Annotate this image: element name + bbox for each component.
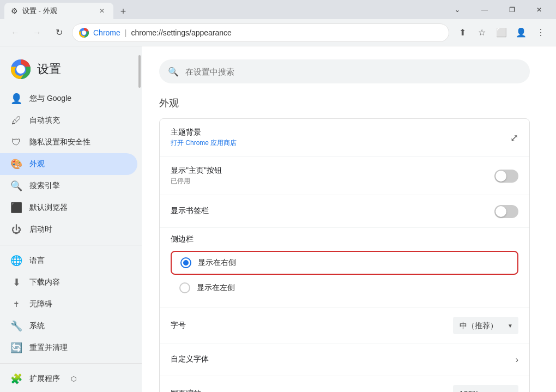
sidebar-item-autofill[interactable]: 🖊 自动填充 (0, 110, 137, 131)
back-button[interactable]: ← (7, 24, 24, 41)
minimize-button[interactable]: — (472, 0, 497, 19)
custom-font-row[interactable]: 自定义字体 › (160, 343, 529, 376)
url-path: chrome://settings/appearance (131, 28, 231, 37)
sidebar-label-downloads: 下载内容 (29, 278, 60, 287)
chevron-right-icon: › (516, 355, 518, 365)
sidebar-header: 设置 (0, 55, 142, 88)
globe-icon: 🌐 (11, 255, 22, 266)
custom-font-content: 自定义字体 (171, 354, 516, 365)
chrome-logo-large-icon (11, 59, 31, 79)
chevron-down-button[interactable]: ⌄ (445, 0, 470, 19)
sidebar-label-reset: 重置并清理 (29, 343, 68, 353)
sidebar-scrollbar (138, 55, 141, 88)
window-controls: ⌄ — ❐ ✕ (445, 0, 552, 19)
sidebar-left-option[interactable]: 显示在左侧 (171, 277, 518, 299)
theme-content: 主题背景 打开 Chrome 应用商店 (171, 128, 510, 148)
restore-button[interactable]: ❐ (499, 0, 524, 19)
sidebar-label-language: 语言 (29, 256, 45, 266)
toolbar-icons: ⬆ ☆ ⬜ 👤 ⋮ (454, 24, 549, 41)
sidebar-label-system: 系统 (29, 321, 45, 331)
custom-font-action: › (516, 355, 518, 365)
bookmarks-title: 显示书签栏 (171, 206, 494, 216)
sidebar-label-appearance: 外观 (29, 159, 45, 169)
font-size-row: 字号 极小 小 中（推荐） 大 极大 (160, 308, 529, 343)
share-icon[interactable]: ⬆ (454, 24, 471, 41)
url-bar[interactable]: Chrome | chrome://settings/appearance (72, 23, 449, 42)
home-button-toggle[interactable] (494, 170, 518, 183)
bookmarks-action (494, 205, 518, 218)
autofill-icon: 🖊 (11, 115, 22, 126)
bookmark-icon[interactable]: ☆ (473, 24, 491, 41)
search-bar-icon: 🔍 (168, 67, 179, 77)
sidebar-item-startup[interactable]: ⏻ 启动时 (0, 219, 137, 240)
sidebar-item-browser[interactable]: ⬛ 默认浏览器 (0, 197, 137, 219)
address-bar: ← → ↻ Chrome | chrome://settings/appeara… (0, 19, 556, 46)
sidebar-section-title: 侧边栏 (171, 234, 518, 244)
main-layout: 设置 👤 您与 Google 🖊 自动填充 🛡 隐私设置和安全性 🎨 外观 🔍 … (0, 46, 556, 392)
sidebar-right-option[interactable]: 显示在右侧 (171, 251, 518, 275)
theme-subtitle[interactable]: 打开 Chrome 应用商店 (171, 138, 510, 148)
sidebar-label-autofill: 自动填充 (29, 116, 60, 125)
tab-strip: ⚙ 设置 - 外观 ✕ + (4, 0, 445, 19)
sidebar-item-appearance[interactable]: 🎨 外观 (0, 153, 137, 175)
search-icon: 🔍 (11, 180, 22, 191)
sidebar-left-radio[interactable] (179, 282, 190, 293)
new-tab-button[interactable]: + (116, 4, 131, 19)
download-icon: ⬇ (11, 277, 22, 288)
sidebar-item-system[interactable]: 🔧 系统 (0, 315, 137, 337)
custom-font-title: 自定义字体 (171, 354, 516, 364)
sidebar-item-downloads[interactable]: ⬇ 下载内容 (0, 272, 137, 293)
external-link-icon[interactable]: ⤢ (510, 132, 518, 144)
zoom-select-wrapper: 75% 90% 100% 110% 125% 150% (453, 385, 518, 392)
extensions-icon[interactable]: ⬜ (493, 24, 510, 41)
sidebar-divider (0, 245, 142, 245)
tab-title: 设置 - 外观 (22, 6, 57, 16)
sidebar-label-browser: 默认浏览器 (29, 203, 68, 213)
sidebar-label-accessibility: 无障碍 (29, 299, 52, 309)
url-scheme: Chrome (93, 28, 120, 37)
content-area: 🔍 外观 主题背景 打开 Chrome 应用商店 ⤢ 显示"主页"按钮 (142, 46, 556, 392)
puzzle-icon: 🧩 (11, 373, 22, 384)
startup-icon: ⏻ (11, 224, 22, 235)
sidebar-right-radio[interactable] (180, 257, 191, 268)
home-button-row: 显示"主页"按钮 已停用 (160, 157, 529, 195)
sidebar-item-accessibility[interactable]: ✝ 无障碍 (0, 293, 137, 315)
title-bar: ⚙ 设置 - 外观 ✕ + ⌄ — ❐ ✕ (0, 0, 556, 19)
tab-close-button[interactable]: ✕ (97, 6, 107, 16)
bookmarks-row: 显示书签栏 (160, 195, 529, 228)
menu-icon[interactable]: ⋮ (532, 24, 549, 41)
external-link-small-icon: ⬡ (71, 375, 76, 383)
bookmarks-content: 显示书签栏 (171, 206, 494, 217)
font-size-select[interactable]: 极小 小 中（推荐） 大 极大 (453, 317, 518, 334)
sidebar-item-language[interactable]: 🌐 语言 (0, 250, 137, 272)
home-button-action (494, 170, 518, 183)
sidebar-left-label: 显示在左侧 (197, 283, 235, 293)
section-title: 外观 (159, 97, 539, 110)
bookmarks-toggle[interactable] (494, 205, 518, 218)
theme-action: ⤢ (510, 132, 518, 144)
wrench-icon: 🔧 (11, 321, 22, 331)
reset-icon: 🔄 (11, 342, 22, 353)
profile-icon[interactable]: 👤 (512, 24, 530, 41)
font-size-select-wrapper: 极小 小 中（推荐） 大 极大 (453, 317, 518, 334)
home-button-subtitle: 已停用 (171, 177, 494, 186)
chrome-logo-icon (79, 28, 89, 38)
sidebar-item-extensions[interactable]: 🧩 扩展程序 ⬡ (0, 368, 137, 390)
sidebar-item-reset[interactable]: 🔄 重置并清理 (0, 337, 137, 359)
close-button[interactable]: ✕ (527, 0, 552, 19)
search-input[interactable] (185, 67, 521, 76)
sidebar-item-google[interactable]: 👤 您与 Google (0, 88, 137, 110)
sidebar: 设置 👤 您与 Google 🖊 自动填充 🛡 隐私设置和安全性 🎨 外观 🔍 … (0, 46, 142, 392)
zoom-select[interactable]: 75% 90% 100% 110% 125% 150% (453, 385, 518, 392)
search-bar: 🔍 (159, 59, 530, 83)
accessibility-icon: ✝ (11, 299, 22, 310)
refresh-button[interactable]: ↻ (50, 24, 68, 41)
sidebar-label-search: 搜索引擎 (29, 181, 60, 191)
sidebar-item-search[interactable]: 🔍 搜索引擎 (0, 175, 137, 197)
sidebar-item-privacy[interactable]: 🛡 隐私设置和安全性 (0, 131, 137, 153)
active-tab[interactable]: ⚙ 设置 - 外观 ✕ (4, 3, 113, 19)
sidebar-label-google: 您与 Google (29, 94, 71, 104)
url-separator: | (125, 28, 127, 37)
forward-button[interactable]: → (28, 24, 46, 41)
svg-point-3 (16, 65, 25, 74)
